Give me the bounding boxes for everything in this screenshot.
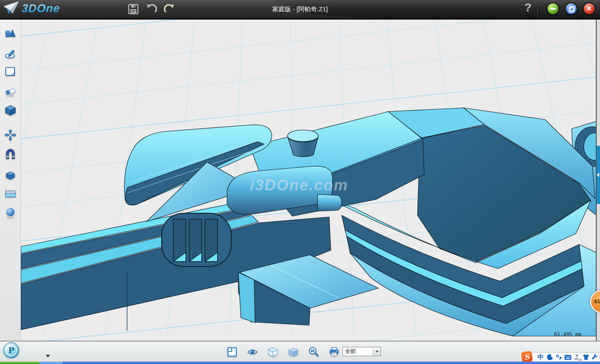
redo-button[interactable] [163,3,175,15]
dropdown-arrow-icon[interactable] [373,347,380,356]
titlebar-separator [538,2,538,16]
app-window: 3DOne 家庭版 - [阿帕奇.Z1] ? ✕ [0,0,600,364]
pattern-corner-button[interactable]: P [3,342,19,358]
sketch-draw-icon[interactable] [4,47,17,59]
cad-model [21,108,597,336]
help-button[interactable]: ? [522,1,534,17]
user-count-badge: 14 [578,358,582,362]
logo-text: 3DOne [21,2,60,15]
render-sphere-icon[interactable] [4,206,17,219]
ime-toolbar: 中 14 [530,352,600,362]
taskbar-active-segment[interactable] [40,362,62,364]
solid-feature-icon[interactable] [4,104,17,117]
primitives-icon[interactable] [4,27,17,40]
user-icon[interactable]: 14 [573,354,581,361]
collapsed-panel-handle[interactable] [597,146,600,204]
taskbar-start-segment[interactable] [0,362,40,364]
measure-icon[interactable] [4,187,17,200]
undo-button[interactable] [146,3,158,15]
save-button[interactable] [128,3,139,15]
restore-button[interactable] [565,2,578,15]
watermark: i3DOne.com [250,177,348,194]
window-title: 家庭版 - [阿帕奇.Z1] [0,5,600,13]
move-transform-icon[interactable] [4,129,17,141]
skin-shirt-icon[interactable] [582,354,590,361]
restore-icon [569,6,574,12]
sketch-plane-icon[interactable] [4,65,17,78]
print-icon[interactable] [328,346,340,358]
punctuation-icon[interactable] [555,354,562,361]
close-button[interactable]: ✕ [583,2,595,15]
cad-viewport[interactable]: i3DOne.com [21,20,597,341]
ime-mode-toggle[interactable]: 中 [537,354,545,361]
close-icon: ✕ [586,5,592,12]
taskbar-segment[interactable] [62,362,600,364]
titlebar: 3DOne 家庭版 - [阿帕奇.Z1] ? ✕ [0,0,600,20]
visibility-eye-icon[interactable] [247,346,258,358]
pattern-button-label: P [8,346,14,355]
wireframe-cube-icon[interactable] [267,346,279,358]
minimize-icon [550,8,556,10]
badge-value: 61 [594,298,600,304]
display-filter-dropdown[interactable]: 全部 [342,347,381,356]
view-toolbar: 全部 [0,341,600,362]
display-filter-value: 全部 [343,347,373,356]
zoom-camera-icon[interactable] [308,346,320,358]
panel-expand-arrow-icon [597,173,599,177]
magnet-snap-icon[interactable] [4,148,17,160]
eraser-edit-icon[interactable] [4,85,17,97]
measurement-readout: 61.495 mm [554,332,581,337]
combine-edit-icon[interactable] [4,168,17,181]
moon-icon[interactable] [546,354,554,361]
plane-layout-icon[interactable] [226,346,238,358]
wrench-icon[interactable] [591,354,599,361]
paper-plane-icon [2,0,20,16]
app-logo: 3DOne [2,0,60,16]
cad-scene: i3DOne.com [21,20,597,341]
ime-brand-logo[interactable]: S [521,351,532,362]
corner-caret-icon[interactable] [46,355,50,357]
tool-sidebar [0,20,21,341]
minimize-button[interactable] [547,2,559,15]
engine-pod [162,213,231,267]
keyboard-icon[interactable] [564,354,572,361]
taskbar-strip [0,362,600,364]
ime-brand-letter: S [524,352,530,362]
shaded-cube-icon[interactable] [288,346,299,358]
